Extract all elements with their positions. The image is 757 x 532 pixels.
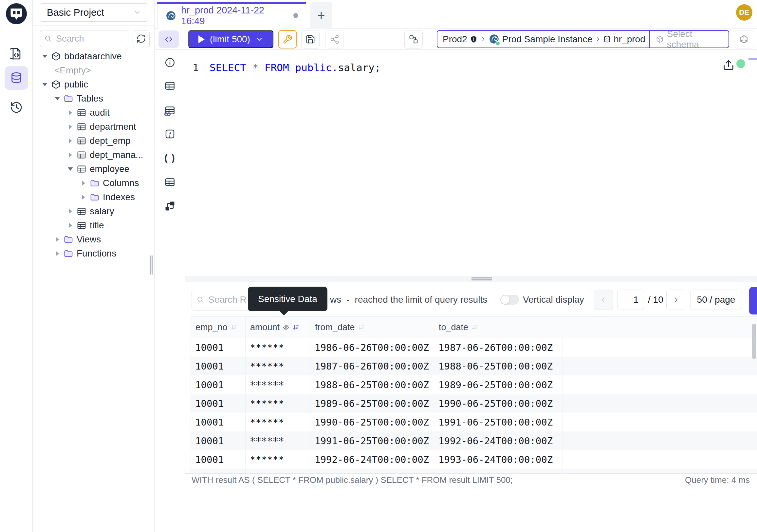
postgres-icon <box>166 10 176 21</box>
tree-item-audit[interactable]: audit <box>33 106 155 120</box>
rail-item-history[interactable] <box>5 96 28 119</box>
sidebar-resize-handle[interactable] <box>150 256 154 274</box>
share-sheet-button[interactable] <box>325 30 344 48</box>
chevron-expanded-icon[interactable] <box>66 168 75 171</box>
vertical-display-toggle[interactable] <box>500 295 519 305</box>
chevron-collapsed-icon[interactable] <box>79 195 88 200</box>
rail-item-database[interactable] <box>5 66 28 90</box>
chevron-collapsed-icon[interactable] <box>66 209 75 214</box>
tree-item-indexes[interactable]: Indexes <box>33 190 155 204</box>
project-row: Basic Project <box>33 0 155 25</box>
column-header-emp-no[interactable]: emp_no <box>191 317 246 338</box>
chevron-expanded-icon[interactable] <box>41 83 49 86</box>
strip-item-procedures[interactable]: ( ) <box>164 152 176 164</box>
query-options-button[interactable] <box>278 30 297 48</box>
rail-divider <box>3 32 29 32</box>
tree-item-tables[interactable]: Tables <box>33 91 155 106</box>
sidebar-search-input[interactable] <box>55 33 114 44</box>
avatar[interactable]: DE <box>736 4 752 21</box>
sql-keyword: FROM <box>264 62 295 73</box>
page-number-input[interactable] <box>617 290 644 310</box>
table-row[interactable]: 10001 ****** 1993-06-24T00:00:00Z 1994-0… <box>191 469 757 473</box>
tree-item-dept-manager[interactable]: dept_mana... <box>33 148 155 162</box>
column-header-amount[interactable]: amount <box>246 317 310 338</box>
query-results-panel: Sensitive Data ws - reached the limit of… <box>185 282 757 473</box>
sort-icon[interactable] <box>230 324 237 331</box>
sort-icon[interactable] <box>358 324 365 331</box>
folder-icon <box>90 178 100 188</box>
ai-assistant-button[interactable] <box>735 30 753 48</box>
chevron-collapsed-icon[interactable] <box>66 110 75 115</box>
chevron-expanded-icon[interactable] <box>53 97 62 100</box>
history-icon <box>10 101 23 114</box>
row-limit-message: ws - reached the limit of query results <box>330 289 487 311</box>
sql-star: * <box>253 62 264 73</box>
run-query-button[interactable]: (limit 500) <box>188 30 273 48</box>
chevron-collapsed-icon[interactable] <box>66 124 75 129</box>
code-panel-toggle[interactable] <box>159 30 179 48</box>
strip-item-schema-diagram[interactable] <box>164 200 176 212</box>
chevron-collapsed-icon[interactable] <box>66 138 75 143</box>
tree-item-salary[interactable]: salary <box>33 204 155 218</box>
connection-icon <box>409 34 418 44</box>
new-tab-button[interactable]: + <box>310 2 332 29</box>
chevron-collapsed-icon[interactable] <box>66 152 75 158</box>
column-header-to-date[interactable]: to_date <box>434 317 558 338</box>
editor-line-1[interactable]: 1SELECT * FROM public.salary; <box>155 62 381 73</box>
tab-hr-prod[interactable]: hr_prod 2024-11-22 16:49 <box>157 2 306 29</box>
tree-item-department[interactable]: department <box>33 120 155 134</box>
project-select[interactable]: Basic Project <box>40 3 148 22</box>
strip-item-external-tables[interactable] <box>164 105 176 116</box>
table-row[interactable]: 10001 ****** 1987-06-26T00:00:00Z 1988-0… <box>191 357 757 375</box>
bytebase-logo[interactable] <box>5 2 28 25</box>
sql-identifier: .salary; <box>332 62 380 73</box>
breadcrumb-environment[interactable]: Prod2 <box>443 34 478 45</box>
tree-item-views[interactable]: Views <box>33 232 155 246</box>
sql-editor-app: Basic Project bbdataarchive <Empty> p <box>0 0 757 532</box>
select-schema-button[interactable]: Select schema <box>649 31 729 47</box>
table-row[interactable]: 10001 ****** 1991-06-25T00:00:00Z 1992-0… <box>191 431 757 450</box>
next-page-button[interactable] <box>666 290 685 310</box>
refresh-schema-button[interactable] <box>133 30 150 47</box>
tree-item-functions[interactable]: Functions <box>33 246 155 261</box>
column-header-from-date[interactable]: from_date <box>310 317 434 338</box>
tree-item-bbdataarchive[interactable]: bbdataarchive <box>33 49 155 63</box>
chevron-collapsed-icon[interactable] <box>53 251 62 256</box>
left-rail <box>0 0 33 532</box>
table-row[interactable]: 10001 ****** 1988-06-25T00:00:00Z 1989-0… <box>191 375 757 394</box>
sort-icon[interactable] <box>471 324 478 331</box>
save-sheet-button[interactable] <box>301 30 319 48</box>
sql-schema: public <box>295 62 332 73</box>
rail-item-worksheet[interactable] <box>5 42 28 66</box>
tree-item-columns[interactable]: Columns <box>33 176 155 190</box>
eye-off-icon[interactable] <box>283 324 289 331</box>
breadcrumb-database[interactable]: hr_prod <box>603 34 645 45</box>
prev-page-button[interactable] <box>594 290 613 310</box>
connection-breadcrumb[interactable]: Prod2 Prod Sample Instance <box>437 30 729 48</box>
upload-icon[interactable] <box>722 58 735 72</box>
chevron-collapsed-icon[interactable] <box>53 237 62 242</box>
sort-icon[interactable] <box>292 324 299 331</box>
chevron-collapsed-icon[interactable] <box>79 180 88 186</box>
chevron-right-icon <box>672 296 680 304</box>
table-row[interactable]: 10001 ****** 1986-06-26T00:00:00Z 1987-0… <box>191 338 757 357</box>
strip-item-tables[interactable] <box>164 80 176 92</box>
horizontal-splitter[interactable] <box>185 276 757 282</box>
export-button-edge[interactable] <box>749 287 757 314</box>
strip-item-views[interactable] <box>164 176 176 188</box>
tree-item-public[interactable]: public <box>33 77 155 91</box>
tree-item-employee[interactable]: employee <box>33 162 155 176</box>
table-icon <box>165 176 175 188</box>
connection-button[interactable] <box>404 30 423 48</box>
table-row[interactable]: 10001 ****** 1990-06-25T00:00:00Z 1991-0… <box>191 413 757 431</box>
strip-item-functions[interactable] <box>164 128 176 140</box>
tree-item-dept-emp[interactable]: dept_emp <box>33 134 155 148</box>
breadcrumb-instance[interactable]: Prod Sample Instance <box>489 33 592 45</box>
page-size-select[interactable]: 50 / page <box>690 290 742 310</box>
chevron-collapsed-icon[interactable] <box>66 223 75 228</box>
table-row[interactable]: 10001 ****** 1992-06-24T00:00:00Z 1993-0… <box>191 450 757 469</box>
chevron-expanded-icon[interactable] <box>41 55 49 58</box>
table-row[interactable]: 10001 ****** 1989-06-25T00:00:00Z 1990-0… <box>191 394 757 413</box>
results-scrollbar-thumb[interactable] <box>752 324 756 359</box>
tree-item-title[interactable]: title <box>33 218 155 232</box>
